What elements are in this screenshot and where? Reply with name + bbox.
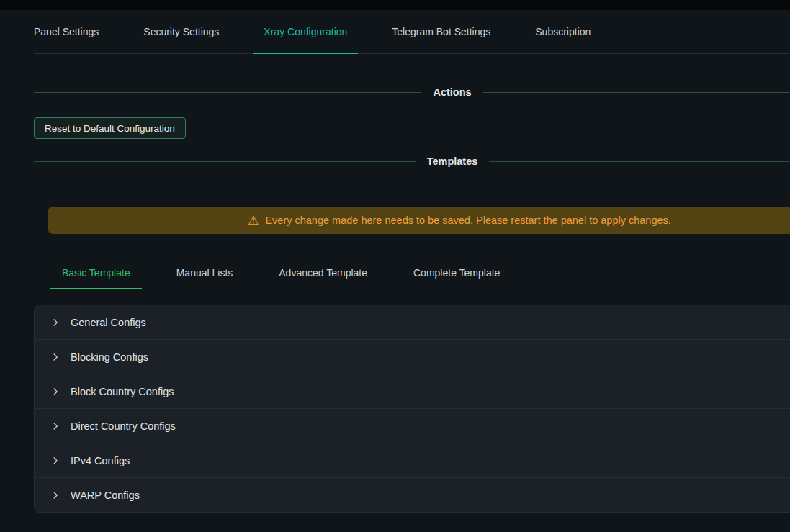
- chevron-right-icon: [51, 353, 60, 361]
- warning-triangle-icon: ⚠: [248, 215, 259, 227]
- templates-section-title: Templates: [427, 155, 478, 167]
- accordion-item-general-configs[interactable]: General Configs: [35, 305, 790, 340]
- tab-panel-settings[interactable]: Panel Settings: [34, 10, 99, 53]
- accordion-item-label: WARP Configs: [71, 490, 140, 501]
- accordion-item-label: IPv4 Configs: [71, 455, 130, 466]
- chevron-right-icon: [51, 318, 60, 327]
- tab-advanced-template[interactable]: Advanced Template: [267, 257, 379, 289]
- tab-complete-template[interactable]: Complete Template: [402, 257, 511, 289]
- config-accordion: General Configs Blocking Configs Block C…: [34, 305, 790, 513]
- content-wrapper: Panel Settings Security Settings Xray Co…: [34, 10, 790, 513]
- accordion-item-warp-configs[interactable]: WARP Configs: [35, 478, 790, 512]
- tab-xray-configuration[interactable]: Xray Configuration: [264, 10, 347, 53]
- accordion-item-label: Block Country Configs: [71, 386, 174, 397]
- chevron-right-icon: [51, 422, 60, 430]
- settings-tab-bar: Panel Settings Security Settings Xray Co…: [34, 10, 790, 54]
- actions-section-divider: Actions: [34, 84, 790, 100]
- accordion-item-label: General Configs: [71, 317, 146, 328]
- chevron-right-icon: [51, 387, 60, 396]
- tab-security-settings[interactable]: Security Settings: [143, 10, 219, 53]
- tab-manual-lists[interactable]: Manual Lists: [165, 257, 245, 289]
- accordion-item-label: Direct Country Configs: [71, 420, 176, 432]
- chevron-right-icon: [51, 491, 60, 500]
- actions-section-title: Actions: [433, 86, 471, 98]
- template-tab-bar: Basic Template Manual Lists Advanced Tem…: [34, 257, 790, 289]
- tab-telegram-bot-settings[interactable]: Telegram Bot Settings: [392, 10, 490, 53]
- chevron-right-icon: [51, 456, 60, 465]
- restart-warning-text: Every change made here needs to be saved…: [265, 215, 670, 226]
- tab-basic-template[interactable]: Basic Template: [50, 257, 142, 289]
- tab-subscription[interactable]: Subscription: [535, 10, 591, 53]
- restart-warning-alert: ⚠ Every change made here needs to be sav…: [48, 207, 790, 234]
- accordion-item-blocking-configs[interactable]: Blocking Configs: [35, 340, 790, 374]
- reset-to-default-button[interactable]: Reset to Default Configuration: [34, 117, 186, 139]
- accordion-item-block-country-configs[interactable]: Block Country Configs: [35, 374, 790, 409]
- xray-settings-page: Panel Settings Security Settings Xray Co…: [0, 0, 790, 532]
- accordion-item-label: Blocking Configs: [71, 351, 148, 363]
- window-top-strip: [0, 0, 790, 10]
- accordion-item-ipv4-configs[interactable]: IPv4 Configs: [35, 443, 790, 478]
- accordion-item-direct-country-configs[interactable]: Direct Country Configs: [35, 409, 790, 443]
- templates-section-divider: Templates: [34, 153, 790, 169]
